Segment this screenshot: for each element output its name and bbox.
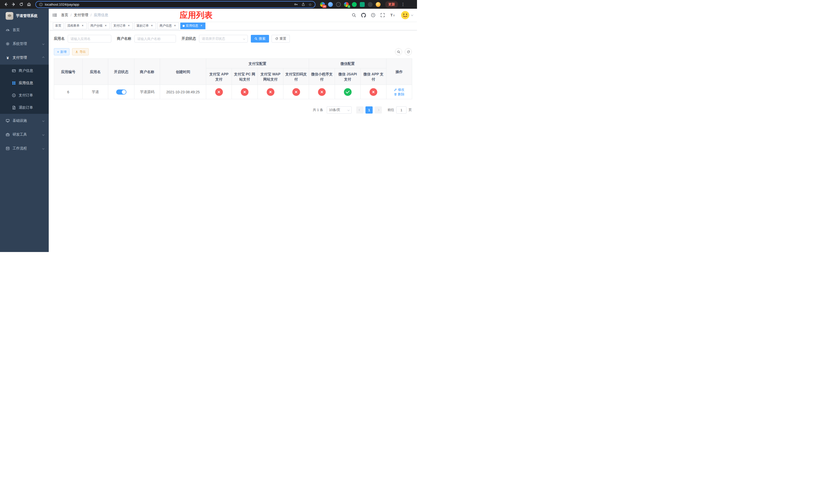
extension-icon[interactable] (376, 2, 380, 7)
search-form: 应用名 商户名称 开启状态 请选择开启状态 搜索 重置 (54, 35, 412, 43)
app-name-label: 应用名 (54, 37, 65, 41)
close-icon[interactable] (173, 24, 177, 28)
close-icon[interactable] (199, 24, 203, 28)
refresh-button[interactable] (405, 48, 412, 55)
app-logo[interactable]: 芋道管理系统 (0, 9, 49, 23)
close-icon[interactable] (104, 24, 107, 28)
page-size-select[interactable]: 10条/页 (327, 107, 352, 114)
goto-label: 前往 (388, 108, 394, 112)
sidebar-item-system[interactable]: 系统管理 (0, 37, 49, 51)
refresh-icon (275, 37, 278, 40)
page-annotation-title: 应用列表 (179, 9, 212, 22)
next-page-button[interactable] (375, 107, 382, 114)
extension-icon[interactable]: 10 (320, 2, 325, 7)
github-icon[interactable] (361, 13, 366, 18)
fail-icon (292, 88, 300, 96)
enable-toggle[interactable] (116, 90, 127, 95)
sidebar-item-merchant-info[interactable]: 商户信息 (0, 65, 49, 77)
breadcrumb-pay[interactable]: 支付管理 (74, 13, 88, 18)
reload-button[interactable] (18, 1, 25, 8)
cell-app-id: 6 (54, 85, 83, 99)
fail-icon (215, 88, 223, 96)
extension-icon[interactable] (368, 2, 373, 7)
page-number-button[interactable]: 1 (366, 107, 373, 114)
sidebar-item-workflow[interactable]: 工作流程 (0, 141, 49, 155)
site-info-icon[interactable] (39, 3, 43, 6)
sidebar-item-label: 退款订单 (19, 105, 33, 110)
chevron-down-icon (42, 43, 44, 45)
extension-icon[interactable] (328, 2, 333, 7)
edit-button[interactable]: 修改 (394, 87, 404, 92)
toggle-search-button[interactable] (395, 48, 402, 55)
extension-icon[interactable]: 1 (344, 2, 349, 7)
reload-icon (19, 2, 23, 6)
chevron-down-icon (42, 134, 44, 136)
sidebar-item-home[interactable]: 首页 (0, 23, 49, 37)
sidebar-item-refund-order[interactable]: 退款订单 (0, 101, 49, 114)
tag-merchant-info[interactable]: 商户信息 (157, 23, 179, 29)
sidebar-item-label: 支付订单 (19, 93, 33, 98)
forward-button[interactable] (10, 1, 17, 8)
prev-page-button[interactable] (356, 107, 364, 114)
tag-flow-form[interactable]: 流程表单 (65, 23, 87, 29)
tag-user-group[interactable]: 用户分组 (88, 23, 110, 29)
col-group-wechat: 微信配置 (309, 59, 387, 68)
extension-icon[interactable] (336, 2, 341, 7)
password-key-icon[interactable] (294, 2, 298, 6)
add-button[interactable]: 新增 (54, 48, 69, 55)
tag-app-info[interactable]: 应用信息 (180, 23, 205, 29)
home-button[interactable] (26, 1, 32, 8)
browser-menu-icon[interactable]: ⋮ (401, 2, 405, 7)
chevron-down-icon (411, 14, 413, 16)
browser-chrome: localhost:1024/pay/app ☆ 10 1 更新 ⋮ (0, 0, 417, 9)
success-icon (344, 88, 352, 96)
status-select[interactable]: 请选择开启状态 (199, 35, 248, 43)
page-unit-label: 页 (409, 108, 412, 112)
sidebar-item-infra[interactable]: 基础设施 (0, 114, 49, 128)
fail-icon (370, 88, 377, 96)
sidebar-item-app-info[interactable]: 应用信息 (0, 77, 49, 89)
app-name-input[interactable] (68, 35, 111, 43)
close-icon[interactable] (127, 24, 131, 28)
cell-merchant: 芋道源码 (134, 85, 160, 99)
extension-icon[interactable] (352, 2, 357, 7)
export-button[interactable]: 导出 (72, 48, 89, 55)
search-icon[interactable] (352, 13, 356, 18)
url-text: localhost:1024/pay/app (45, 3, 79, 6)
merchant-name-input[interactable] (134, 35, 176, 43)
tag-refund-order[interactable]: 退款订单 (134, 23, 156, 29)
close-icon[interactable] (150, 24, 154, 28)
bookmark-star-icon[interactable]: ☆ (308, 3, 312, 6)
avatar-emoji (401, 11, 410, 20)
help-icon[interactable]: ? (371, 13, 375, 18)
breadcrumb-home[interactable]: 首页 (61, 13, 68, 18)
extension-badge: 10 (322, 5, 327, 8)
sidebar-toggle-button[interactable] (49, 9, 61, 22)
close-icon[interactable] (81, 24, 84, 28)
back-button[interactable] (3, 1, 9, 8)
sidebar-item-pay-order[interactable]: ¥ 支付订单 (0, 89, 49, 101)
sidebar-item-dev-tools[interactable]: 研发工具 (0, 128, 49, 141)
fail-icon (318, 88, 326, 96)
goto-page-input[interactable] (396, 107, 407, 114)
search-button[interactable]: 搜索 (251, 35, 269, 43)
col-alipay-qr: 支付宝扫码支付 (283, 68, 309, 85)
user-avatar[interactable] (401, 11, 413, 20)
font-size-icon[interactable]: TT (390, 13, 395, 18)
download-icon (75, 50, 78, 53)
hamburger-icon (52, 13, 57, 17)
tag-home[interactable]: 首页 (53, 23, 64, 29)
browser-update-button[interactable]: 更新 (385, 1, 398, 8)
sidebar-item-pay[interactable]: ¥ 支付管理 (0, 51, 49, 65)
extension-icon[interactable] (360, 2, 365, 7)
share-icon[interactable] (301, 2, 305, 6)
sidebar-item-label: 系统管理 (13, 42, 27, 46)
fullscreen-icon[interactable] (380, 13, 385, 18)
tag-pay-order[interactable]: 支付订单 (111, 23, 133, 29)
address-bar[interactable]: localhost:1024/pay/app ☆ (36, 1, 315, 8)
chevron-down-icon (42, 120, 44, 122)
col-status: 开启状态 (108, 59, 134, 85)
delete-button[interactable]: 删除 (394, 92, 404, 97)
cell-actions: 修改 删除 (387, 85, 412, 99)
reset-button[interactable]: 重置 (271, 35, 290, 43)
